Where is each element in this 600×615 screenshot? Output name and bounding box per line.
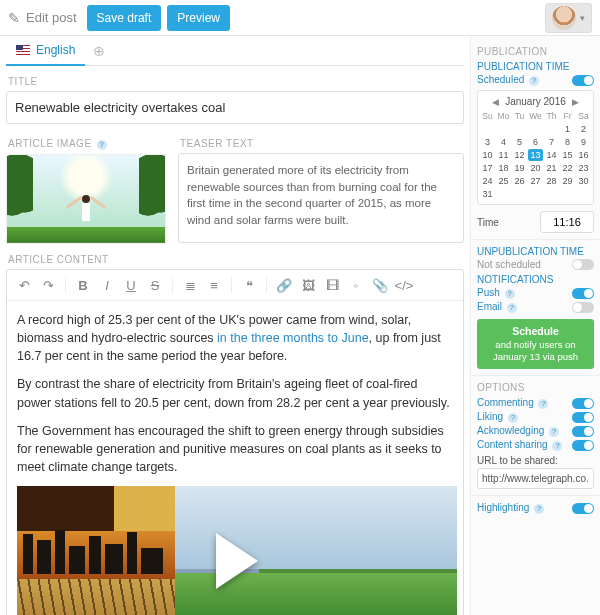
help-icon[interactable]: ? xyxy=(529,76,539,86)
cal-day[interactable]: 19 xyxy=(512,162,527,174)
label-article-image: ARTICLE IMAGE ? xyxy=(8,138,166,150)
bold-icon[interactable]: B xyxy=(72,274,94,296)
cal-day[interactable]: 1 xyxy=(560,123,575,135)
help-icon[interactable]: ? xyxy=(538,399,548,409)
toggle-highlighting[interactable] xyxy=(572,503,594,514)
label-url: URL to be shared: xyxy=(477,455,594,466)
tab-label: English xyxy=(36,43,75,57)
attach-icon[interactable]: 📎 xyxy=(369,274,391,296)
help-icon[interactable]: ? xyxy=(97,140,107,150)
label-acknowledging: Acknowledging ? xyxy=(477,425,559,437)
embed-icon[interactable]: ◦ xyxy=(345,274,367,296)
preview-button[interactable]: Preview xyxy=(167,5,230,31)
cal-day[interactable]: 4 xyxy=(496,136,511,148)
toggle-push[interactable] xyxy=(572,288,594,299)
video-icon[interactable]: 🎞 xyxy=(321,274,343,296)
cal-day[interactable]: 5 xyxy=(512,136,527,148)
cal-day[interactable]: 16 xyxy=(576,149,591,161)
cal-day[interactable]: 27 xyxy=(528,175,543,187)
help-icon[interactable]: ? xyxy=(507,303,517,313)
cal-day[interactable]: 29 xyxy=(560,175,575,187)
cal-day[interactable]: 15 xyxy=(560,149,575,161)
toggle-liking[interactable] xyxy=(572,412,594,423)
cal-day[interactable]: 8 xyxy=(560,136,575,148)
cal-day[interactable]: 7 xyxy=(544,136,559,148)
toggle-acknowledging[interactable] xyxy=(572,426,594,437)
cal-day[interactable]: 20 xyxy=(528,162,543,174)
list-ul-icon[interactable]: ≣ xyxy=(179,274,201,296)
url-input[interactable] xyxy=(477,468,594,489)
cal-day xyxy=(528,188,543,200)
cal-day[interactable]: 3 xyxy=(480,136,495,148)
cal-day[interactable]: 21 xyxy=(544,162,559,174)
help-icon[interactable]: ? xyxy=(549,427,559,437)
teaser-textarea[interactable]: Britain generated more of its electricit… xyxy=(178,153,464,243)
cal-day[interactable]: 10 xyxy=(480,149,495,161)
page-title: Edit post xyxy=(26,10,77,25)
toggle-content-sharing[interactable] xyxy=(572,440,594,451)
image-icon[interactable]: 🖼 xyxy=(297,274,319,296)
heading-publication: PUBLICATION xyxy=(477,46,594,57)
language-tabs: English ⊕ xyxy=(6,36,464,66)
cal-day[interactable]: 28 xyxy=(544,175,559,187)
time-input[interactable] xyxy=(540,211,594,233)
cal-day[interactable]: 18 xyxy=(496,162,511,174)
us-flag-icon xyxy=(16,45,30,55)
label-notifications: NOTIFICATIONS xyxy=(477,274,553,285)
content-link[interactable]: in the three months to June xyxy=(217,331,368,345)
cal-dow: Tu xyxy=(512,110,527,122)
label-commenting: Commenting ? xyxy=(477,397,548,409)
cal-day[interactable]: 30 xyxy=(576,175,591,187)
tab-english[interactable]: English xyxy=(6,36,85,66)
label-article-content: ARTICLE CONTENT xyxy=(8,254,464,265)
undo-icon[interactable]: ↶ xyxy=(13,274,35,296)
help-icon[interactable]: ? xyxy=(552,441,562,451)
rich-editor: ↶ ↷ B I U S ≣ ≡ ❝ 🔗 🖼 🎞 ◦ 📎 </> xyxy=(6,269,464,615)
link-icon[interactable]: 🔗 xyxy=(273,274,295,296)
cal-day[interactable]: 13 xyxy=(528,149,543,161)
save-draft-button[interactable]: Save draft xyxy=(87,5,162,31)
label-liking: Liking ? xyxy=(477,411,518,423)
help-icon[interactable]: ? xyxy=(508,413,518,423)
cal-day[interactable]: 12 xyxy=(512,149,527,161)
cal-next-icon[interactable]: ▶ xyxy=(572,97,579,107)
toggle-email[interactable] xyxy=(572,302,594,313)
user-menu[interactable]: ▾ xyxy=(545,3,592,33)
redo-icon[interactable]: ↷ xyxy=(37,274,59,296)
cal-day[interactable]: 23 xyxy=(576,162,591,174)
video-thumbnail[interactable] xyxy=(17,486,457,615)
add-language-button[interactable]: ⊕ xyxy=(93,43,105,59)
cal-day[interactable]: 25 xyxy=(496,175,511,187)
cal-day[interactable]: 17 xyxy=(480,162,495,174)
cal-dow: Sa xyxy=(576,110,591,122)
cal-day[interactable]: 31 xyxy=(480,188,495,200)
main-column: English ⊕ TITLE ARTICLE IMAGE ? TEASER T… xyxy=(0,36,470,615)
cal-day[interactable]: 22 xyxy=(560,162,575,174)
code-icon[interactable]: </> xyxy=(393,274,415,296)
strike-icon[interactable]: S xyxy=(144,274,166,296)
cal-day[interactable]: 24 xyxy=(480,175,495,187)
title-input[interactable] xyxy=(6,91,464,124)
cal-day[interactable]: 9 xyxy=(576,136,591,148)
italic-icon[interactable]: I xyxy=(96,274,118,296)
cal-dow: Fr xyxy=(560,110,575,122)
toggle-unpublication[interactable] xyxy=(572,259,594,270)
schedule-button[interactable]: Schedule and notify users on January 13 … xyxy=(477,319,594,369)
cal-day[interactable]: 2 xyxy=(576,123,591,135)
list-ol-icon[interactable]: ≡ xyxy=(203,274,225,296)
quote-icon[interactable]: ❝ xyxy=(238,274,260,296)
cal-day[interactable]: 14 xyxy=(544,149,559,161)
help-icon[interactable]: ? xyxy=(505,289,515,299)
label-time: Time xyxy=(477,217,499,228)
cal-day[interactable]: 11 xyxy=(496,149,511,161)
cal-day[interactable]: 6 xyxy=(528,136,543,148)
article-image[interactable] xyxy=(6,154,166,244)
toggle-scheduled[interactable] xyxy=(572,75,594,86)
cal-day[interactable]: 26 xyxy=(512,175,527,187)
toggle-commenting[interactable] xyxy=(572,398,594,409)
editor-content[interactable]: A record high of 25.3 per cent of the UK… xyxy=(7,301,463,615)
cal-day xyxy=(480,123,495,135)
help-icon[interactable]: ? xyxy=(534,504,544,514)
underline-icon[interactable]: U xyxy=(120,274,142,296)
cal-prev-icon[interactable]: ◀ xyxy=(492,97,499,107)
